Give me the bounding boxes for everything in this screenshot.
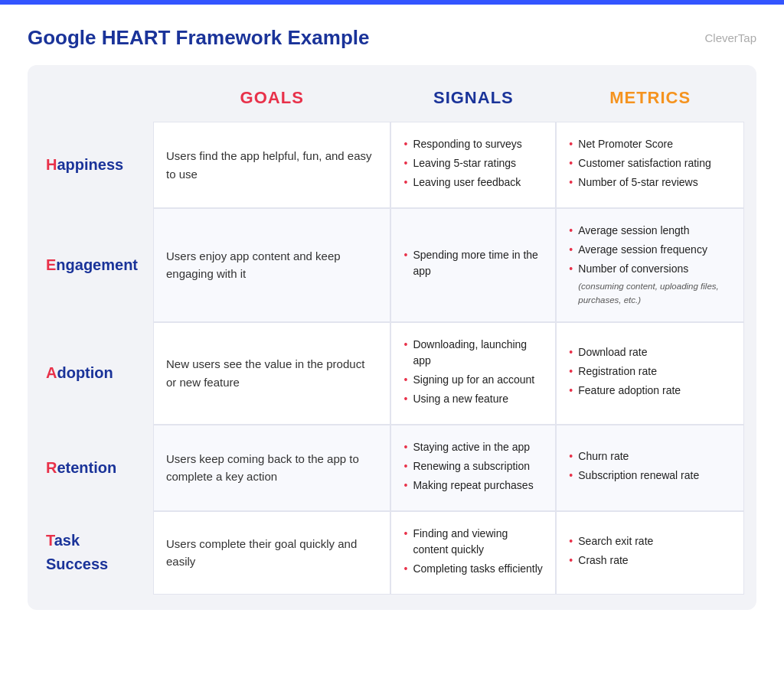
row-label-text-task-success: TaskSuccess xyxy=(46,532,108,572)
metrics-cell-happiness: Net Promoter ScoreCustomer satisfaction … xyxy=(556,122,744,208)
signal-item: Spending more time in the app xyxy=(403,247,543,279)
metrics-cell-retention: Churn rateSubscription renewal rate xyxy=(556,425,744,511)
metrics-cell-engagement: Average session lengthAverage session fr… xyxy=(556,208,744,322)
signals-cell-task-success: Finding and viewing content quicklyCompl… xyxy=(390,511,556,595)
page-container: Google HEART Framework Example CleverTap… xyxy=(0,5,784,637)
signal-item: Signing up for an account xyxy=(403,372,543,388)
th-goals: GOALS xyxy=(153,80,390,122)
signal-item: Using a new feature xyxy=(403,391,543,407)
metric-item: Net Promoter Score xyxy=(569,136,731,152)
signal-item: Finding and viewing content quickly xyxy=(403,526,543,558)
table-row-engagement: EngagementUsers enjoy app content and ke… xyxy=(40,208,744,322)
metric-item: Feature adoption rate xyxy=(569,383,731,399)
row-label-happiness: Happiness xyxy=(40,122,153,208)
goal-cell-adoption: New users see the value in the product o… xyxy=(153,322,390,425)
metric-item: Customer satisfaction rating xyxy=(569,155,731,171)
signal-item: Leaving 5-star ratings xyxy=(403,155,543,171)
metrics-cell-task-success: Search exit rateCrash rate xyxy=(556,511,744,595)
metric-item: Crash rate xyxy=(569,552,731,569)
row-label-text-retention: Retention xyxy=(46,459,116,476)
signal-item: Making repeat purchases xyxy=(403,478,543,494)
metric-item: Average session length xyxy=(569,223,731,239)
row-label-retention: Retention xyxy=(40,425,153,511)
th-empty xyxy=(40,80,153,122)
signal-item: Leaving user feedback xyxy=(403,174,543,191)
row-label-text-engagement: Engagement xyxy=(46,256,138,273)
table-row-task-success: TaskSuccessUsers complete their goal qui… xyxy=(40,511,744,595)
metrics-note-engagement: (consuming content, uploading files, pur… xyxy=(569,280,731,308)
metrics-cell-adoption: Download rateRegistration rateFeature ad… xyxy=(556,322,744,425)
metric-item: Average session frequency xyxy=(569,242,731,258)
signal-item: Renewing a subscription xyxy=(403,458,543,474)
row-label-text-happiness: Happiness xyxy=(46,156,123,173)
signal-item: Responding to surveys xyxy=(403,136,543,152)
page-title: Google HEART Framework Example xyxy=(28,26,369,50)
metric-item: Number of 5-star reviews xyxy=(569,174,731,191)
table-row-adoption: AdoptionNew users see the value in the p… xyxy=(40,322,744,425)
header-row: Google HEART Framework Example CleverTap xyxy=(28,26,756,50)
signal-item: Downloading, launching app xyxy=(403,337,543,369)
goal-cell-task-success: Users complete their goal quickly and ea… xyxy=(153,511,390,595)
th-metrics: METRICS xyxy=(556,80,744,122)
goal-cell-happiness: Users find the app helpful, fun, and eas… xyxy=(153,122,390,208)
signals-cell-retention: Staying active in the appRenewing a subs… xyxy=(390,425,556,511)
signals-cell-adoption: Downloading, launching appSigning up for… xyxy=(390,322,556,425)
goal-cell-retention: Users keep coming back to the app to com… xyxy=(153,425,390,511)
metric-item: Churn rate xyxy=(569,448,731,464)
header-row-tr: GOALS SIGNALS METRICS xyxy=(40,80,744,122)
signal-item: Staying active in the app xyxy=(403,439,543,455)
signals-cell-happiness: Responding to surveysLeaving 5-star rati… xyxy=(390,122,556,208)
row-label-task-success: TaskSuccess xyxy=(40,511,153,595)
brand-name: CleverTap xyxy=(704,31,756,44)
signal-item: Completing tasks efficiently xyxy=(403,561,543,577)
signals-cell-engagement: Spending more time in the app xyxy=(390,208,556,322)
th-signals: SIGNALS xyxy=(390,80,556,122)
table-row-happiness: HappinessUsers find the app helpful, fun… xyxy=(40,122,744,208)
metric-item: Search exit rate xyxy=(569,533,731,549)
row-label-engagement: Engagement xyxy=(40,208,153,322)
metric-item: Number of conversions xyxy=(569,261,731,277)
row-label-adoption: Adoption xyxy=(40,322,153,425)
metric-item: Subscription renewal rate xyxy=(569,468,731,484)
table-wrapper: GOALS SIGNALS METRICS HappinessUsers fin… xyxy=(28,65,756,610)
heart-table: GOALS SIGNALS METRICS HappinessUsers fin… xyxy=(40,80,744,595)
metric-item: Registration rate xyxy=(569,363,731,380)
table-row-retention: RetentionUsers keep coming back to the a… xyxy=(40,425,744,511)
row-label-text-adoption: Adoption xyxy=(46,364,113,381)
goal-cell-engagement: Users enjoy app content and keep engagin… xyxy=(153,208,390,322)
metric-item: Download rate xyxy=(569,344,731,360)
